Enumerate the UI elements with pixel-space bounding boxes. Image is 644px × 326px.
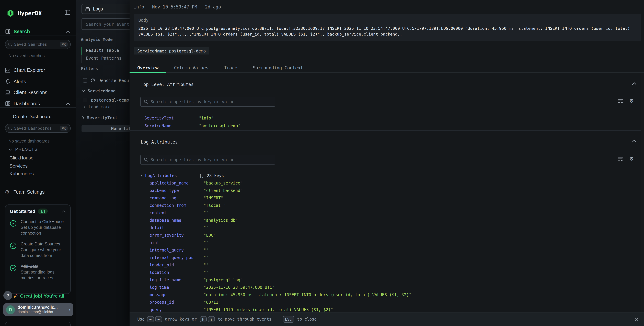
attribute-row[interactable]: context"" [130, 209, 644, 217]
attribute-key[interactable]: internal_query [150, 248, 204, 252]
attribute-value[interactable]: "" [204, 211, 208, 215]
attribute-row[interactable]: application_name"backup_service" [130, 179, 644, 187]
chevron-up-icon[interactable] [66, 102, 70, 105]
attribute-key[interactable]: detail [150, 225, 204, 230]
attribute-row[interactable]: hint"" [130, 239, 644, 246]
attribute-key[interactable]: query [150, 307, 204, 312]
attribute-value[interactable]: "" [204, 255, 208, 260]
chevron-up-icon[interactable] [66, 30, 70, 33]
top-level-search-box[interactable] [140, 97, 275, 107]
attribute-key[interactable]: process_id [150, 300, 204, 305]
attribute-value[interactable]: "88711" [204, 300, 221, 305]
saved-searches-field[interactable] [12, 42, 60, 47]
preset-clickhouse[interactable]: ClickHouse [10, 155, 34, 160]
attribute-row[interactable]: ServiceName"postgresql-demo" [130, 122, 644, 130]
filter-value-row[interactable]: postgresql-demo [83, 98, 129, 103]
sidebar-item-chart-explorer[interactable]: Chart Explorer [0, 65, 76, 75]
attribute-key[interactable]: SeverityText [144, 116, 199, 120]
attribute-row[interactable]: backend_type"client backend" [130, 187, 644, 194]
attribute-row[interactable]: internal_query_pos"" [130, 254, 644, 261]
attribute-parent-row[interactable]: ▾LogAttributes{}28 keys [130, 172, 644, 179]
attribute-key[interactable]: error_severity [150, 233, 204, 238]
sidebar-collapse-icon[interactable] [64, 10, 70, 15]
attribute-row[interactable]: log.file.name"postgresql.log" [130, 276, 644, 284]
denoise-checkbox[interactable] [83, 78, 87, 83]
gear-icon[interactable]: ⚙ [629, 156, 634, 161]
get-started-step[interactable]: Create Data Sources Configure where your… [10, 241, 66, 259]
attribute-key[interactable]: context [150, 211, 204, 215]
attribute-value[interactable]: "[local]" [204, 203, 226, 208]
create-dashboard-button[interactable]: + Create Dashboard [0, 112, 76, 121]
attribute-value[interactable]: "info" [199, 116, 214, 120]
preset-services[interactable]: Services [10, 163, 28, 169]
twisty-icon[interactable]: ▾ [141, 174, 142, 177]
denoise-filter-row[interactable]: Denoise Results [83, 78, 137, 83]
attribute-key[interactable]: log.file.name [150, 278, 204, 282]
saved-dashboards-input[interactable]: ⌘K [5, 124, 71, 133]
attribute-value[interactable]: "client backend" [204, 188, 243, 193]
attribute-value[interactable]: "postgresql-demo" [199, 123, 240, 128]
attribute-key[interactable]: location [150, 270, 204, 275]
log-attributes-search-box[interactable] [140, 155, 275, 165]
attribute-value[interactable]: "INSERT INTO orders (user_id, total) VAL… [204, 307, 333, 312]
gear-icon[interactable]: ⚙ [629, 98, 634, 103]
attribute-row[interactable]: leader_pid"" [130, 261, 644, 269]
chevron-up-icon[interactable] [62, 210, 66, 212]
attribute-value[interactable]: "duration: 45.950 ms statement: INSERT I… [204, 292, 411, 297]
tab-surrounding-context[interactable]: Surrounding Context [245, 63, 311, 73]
panel-scrollbar[interactable] [641, 73, 644, 312]
attribute-value[interactable]: "2025-11-10 23:59:47.000 UTC" [204, 285, 274, 290]
user-account-button[interactable]: D dominic.tran@clic... dominic.tran@clic… [4, 303, 74, 316]
attribute-value[interactable]: "" [204, 225, 208, 230]
tab-trace[interactable]: Trace [216, 63, 245, 73]
attribute-row[interactable]: command_tag"INSERT" [130, 194, 644, 202]
wrap-lines-icon[interactable] [618, 98, 623, 103]
get-started-step[interactable]: Add Data Start sending logs, metrics, or… [10, 264, 66, 281]
collapse-section-icon[interactable] [632, 82, 636, 85]
presets-toggle[interactable]: PRESETS [8, 147, 38, 152]
attribute-value[interactable]: "INSERT" [204, 196, 223, 200]
saved-searches-input[interactable]: ⌘K [5, 40, 71, 49]
app-logo[interactable]: HyperDX [7, 10, 42, 17]
log-attributes-search-input[interactable] [148, 157, 272, 162]
sidebar-item-dashboards[interactable]: Dashboards [0, 99, 76, 109]
attribute-key[interactable]: LogAttributes [145, 173, 199, 178]
preset-kubernetes[interactable]: Kubernetes [10, 171, 34, 176]
help-button[interactable]: ? [4, 291, 12, 300]
attribute-row[interactable]: error_severity"LOG" [130, 231, 644, 239]
mode-event-patterns[interactable]: Event Patterns [86, 56, 122, 61]
service-name-tag[interactable]: ServiceName: postgresql-demo [134, 47, 209, 55]
attribute-value[interactable]: "" [204, 240, 208, 245]
close-icon[interactable] [634, 317, 639, 321]
attribute-key[interactable]: internal_query_pos [150, 255, 204, 260]
collapse-section-icon[interactable] [632, 140, 636, 143]
attribute-key[interactable]: leader_pid [150, 263, 204, 267]
attribute-key[interactable]: application_name [150, 181, 204, 185]
attribute-key[interactable]: message [150, 292, 204, 297]
sidebar-item-team-settings[interactable]: ⚙ Team Settings [0, 187, 76, 197]
saved-dashboards-field[interactable] [12, 126, 60, 131]
sidebar-item-client-sessions[interactable]: Client Sessions [0, 87, 76, 98]
attribute-value[interactable]: "" [204, 248, 208, 252]
attribute-row[interactable]: SeverityText"info" [130, 114, 644, 122]
tab-overview[interactable]: Overview [130, 63, 166, 73]
load-more-button[interactable]: Load more [84, 105, 110, 109]
attribute-row[interactable]: database_name"analytics_db" [130, 217, 644, 224]
attribute-value[interactable]: "analytics_db" [204, 218, 238, 223]
attribute-key[interactable]: command_tag [150, 196, 204, 200]
attribute-key[interactable]: log_time [150, 285, 204, 290]
attribute-row[interactable]: internal_query"" [130, 246, 644, 254]
attribute-key[interactable]: database_name [150, 218, 204, 223]
attribute-row[interactable]: message"duration: 45.950 ms statement: I… [130, 291, 644, 298]
attribute-value[interactable]: "" [204, 270, 208, 275]
attribute-key[interactable]: ServiceName [144, 123, 199, 128]
attribute-row[interactable]: location"" [130, 269, 644, 276]
attribute-value[interactable]: "postgresql.log" [204, 278, 243, 282]
attribute-row[interactable]: detail"" [130, 224, 644, 231]
attribute-row[interactable]: process_id"88711" [130, 298, 644, 306]
service-checkbox[interactable] [83, 98, 87, 102]
tab-column-values[interactable]: Column Values [166, 63, 216, 73]
attribute-value[interactable]: "" [204, 263, 208, 267]
filter-group-severitytext[interactable]: SeverityText [82, 115, 118, 120]
wrap-lines-icon[interactable] [618, 156, 623, 161]
